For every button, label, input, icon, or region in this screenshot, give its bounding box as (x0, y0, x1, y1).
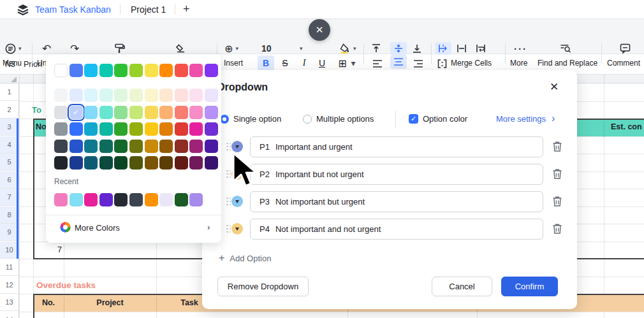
color-swatch[interactable] (175, 156, 188, 170)
text-overflow-icon[interactable] (435, 42, 451, 55)
option-input-p2[interactable]: P2Important but not urgent (250, 164, 543, 185)
color-swatch[interactable] (145, 89, 158, 102)
multiple-options-label[interactable]: Multiple options (316, 114, 374, 124)
color-swatch[interactable] (99, 64, 113, 77)
more-label[interactable]: More (510, 59, 527, 68)
recent-color-swatch[interactable] (114, 193, 128, 206)
color-swatch[interactable] (189, 156, 203, 170)
option-drag-handle[interactable] (226, 198, 231, 206)
bold-button[interactable]: B (258, 55, 274, 71)
color-swatch[interactable] (84, 140, 98, 153)
color-swatch[interactable] (159, 122, 173, 136)
align-left-icon[interactable] (372, 57, 383, 70)
color-swatch[interactable] (129, 64, 143, 77)
color-swatch[interactable] (114, 106, 128, 119)
color-swatch[interactable] (159, 64, 173, 77)
recent-color-swatch[interactable] (129, 193, 143, 206)
color-swatch[interactable] (145, 156, 158, 170)
more-icon[interactable]: ··· (514, 42, 527, 55)
font-size-value[interactable]: 10 (261, 42, 272, 55)
color-swatch[interactable] (70, 122, 83, 136)
color-swatch[interactable] (205, 122, 218, 136)
color-swatch[interactable] (54, 89, 68, 102)
color-swatch[interactable] (189, 122, 203, 136)
underline-button[interactable]: U (314, 55, 330, 71)
row-header-9[interactable]: 9 (0, 224, 18, 241)
insert-icon[interactable]: ⊕▾ (224, 42, 238, 55)
color-swatch[interactable] (175, 140, 188, 153)
color-swatch[interactable] (99, 140, 113, 153)
color-swatch[interactable] (159, 140, 173, 153)
color-swatch[interactable] (189, 64, 203, 77)
confirm-button[interactable]: Confirm (501, 277, 558, 296)
recent-color-swatch[interactable] (70, 193, 83, 206)
row-header-10[interactable]: 10 (0, 242, 18, 259)
select-all-corner[interactable] (11, 76, 17, 82)
color-swatch[interactable] (114, 156, 128, 170)
color-swatch[interactable] (99, 106, 113, 119)
merge-cells-label[interactable]: Merge Cells (451, 59, 492, 68)
color-swatch[interactable] (129, 156, 143, 170)
color-swatch[interactable] (99, 122, 113, 136)
close-floating-button[interactable]: ✕ (309, 19, 330, 41)
recent-color-swatch[interactable] (99, 193, 113, 206)
recent-color-swatch[interactable] (145, 193, 158, 206)
delete-option-icon[interactable] (552, 223, 562, 235)
color-swatch[interactable] (114, 64, 128, 77)
fill-color-icon[interactable]: ▾ (340, 42, 356, 55)
color-swatch[interactable] (54, 106, 68, 119)
single-option-radio[interactable] (220, 115, 229, 124)
align-bottom-icon[interactable] (412, 42, 422, 55)
row-header-12[interactable]: 12 (0, 277, 18, 294)
color-swatch[interactable] (189, 106, 203, 119)
color-swatch[interactable] (129, 122, 143, 136)
add-option-button[interactable]: + Add Option (219, 252, 271, 264)
color-swatch[interactable] (159, 89, 173, 102)
row-header-11[interactable]: 11 (0, 259, 18, 276)
find-replace-icon[interactable] (560, 42, 571, 55)
color-swatch[interactable] (205, 156, 218, 170)
row-header-7[interactable]: 7 (0, 189, 18, 206)
dialog-close-button[interactable]: ✕ (546, 79, 562, 94)
color-swatch[interactable] (54, 122, 68, 136)
italic-button[interactable]: I (296, 55, 312, 71)
find-replace-label[interactable]: Find and Replace (538, 59, 597, 68)
align-top-icon[interactable] (371, 42, 381, 55)
color-swatch[interactable] (129, 89, 143, 102)
color-swatch[interactable] (70, 64, 83, 77)
option-input-p1[interactable]: P1Important and urgent (250, 136, 543, 157)
row-header-8[interactable]: 8 (0, 206, 18, 224)
color-swatch[interactable] (145, 64, 158, 77)
remove-dropdown-button[interactable]: Remove Dropdown (217, 277, 309, 296)
tab-project-1[interactable]: Project 1 (131, 0, 166, 18)
option-color-checkbox[interactable]: ✓ (409, 114, 418, 124)
color-swatch[interactable] (70, 140, 83, 153)
text-wrap-icon[interactable] (476, 42, 486, 55)
recent-color-swatch[interactable] (84, 193, 98, 206)
single-option-label[interactable]: Single option (233, 114, 281, 124)
color-swatch[interactable] (84, 106, 98, 119)
color-swatch[interactable] (205, 64, 218, 77)
row-header-1[interactable]: 1 (0, 83, 18, 101)
row-header-14[interactable]: 14 (0, 312, 18, 318)
menu-label[interactable]: Menu (3, 59, 22, 68)
option-color-dot-p1[interactable] (231, 141, 243, 152)
merge-cells-icon[interactable] (437, 57, 447, 70)
row-header-13[interactable]: 13 (0, 294, 18, 311)
option-color-dot-p3[interactable] (231, 196, 243, 207)
comment-label[interactable]: Comment (607, 59, 640, 68)
font-size-chevron-icon[interactable]: ▾ (300, 42, 303, 55)
tab-team-task-kanban[interactable]: Team Task Kanban (35, 0, 111, 18)
color-swatch[interactable] (175, 64, 188, 77)
color-swatch[interactable] (54, 140, 68, 153)
color-swatch[interactable] (145, 106, 158, 119)
color-swatch[interactable] (84, 64, 98, 77)
option-color-dot-p4[interactable] (231, 223, 243, 235)
menu-icon[interactable]: ▾ (5, 42, 22, 55)
color-swatch[interactable] (159, 106, 173, 119)
align-center-icon[interactable] (390, 55, 407, 69)
cell-row10-value[interactable]: 7 (33, 245, 62, 254)
align-middle-icon[interactable] (390, 42, 407, 55)
recent-color-swatch[interactable] (189, 193, 203, 206)
color-swatch[interactable] (189, 89, 203, 102)
